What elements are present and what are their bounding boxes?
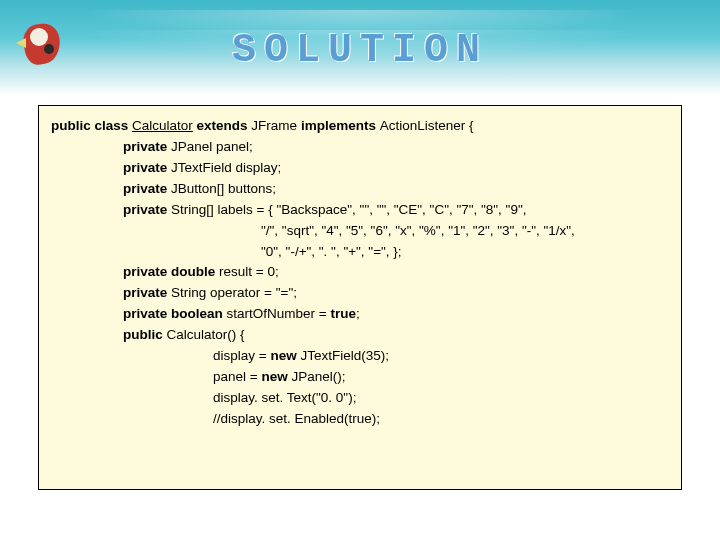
slide-title: SOLUTION bbox=[0, 28, 720, 73]
code-block: public class Calculator extends JFrame i… bbox=[38, 105, 682, 490]
